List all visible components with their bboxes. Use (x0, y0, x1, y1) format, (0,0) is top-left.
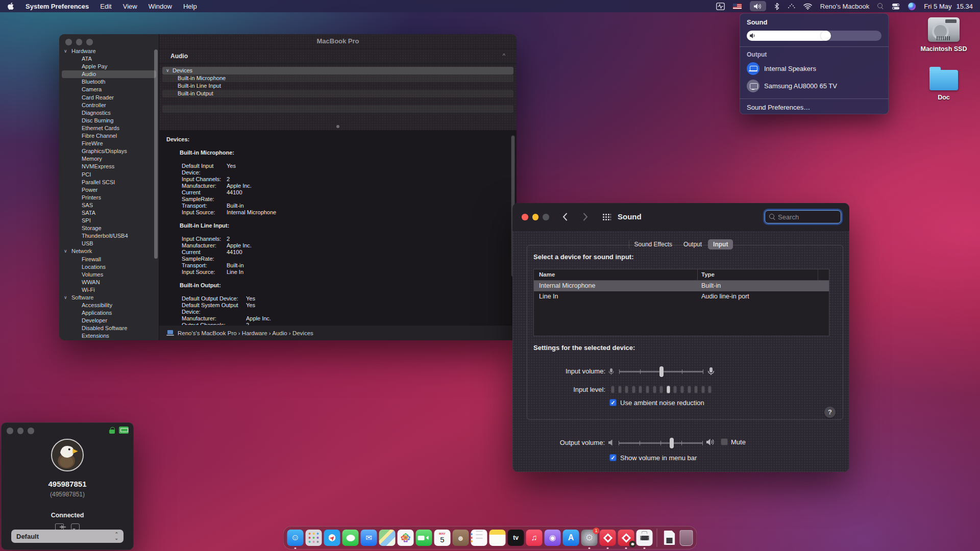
menu-help[interactable]: Help (183, 3, 197, 10)
active-app-menu[interactable]: System Preferences (26, 3, 89, 10)
sidebar-item[interactable]: ∨SPI (59, 217, 159, 224)
dock-photos[interactable]: ✿ (398, 530, 414, 546)
desktop-volume-macintosh-ssd[interactable]: Macintosh SSD (921, 17, 967, 53)
device-tree-row[interactable]: ∨ (162, 113, 513, 120)
tab[interactable]: Sound Effects (629, 239, 678, 249)
sidebar-item[interactable]: ∨Ethernet Cards (59, 124, 159, 132)
table-row[interactable]: Internal MicrophoneBuilt-in (534, 281, 829, 291)
dock-app-store[interactable]: A (563, 530, 579, 546)
close-button[interactable] (7, 428, 13, 434)
volume-menu-icon[interactable] (750, 1, 766, 11)
search-input[interactable] (778, 213, 829, 221)
device-tree-row[interactable]: ∨Built-in Microphone (162, 74, 513, 82)
sidebar-item[interactable]: ∨Disabled Software (59, 324, 159, 332)
noise-reduction-checkbox[interactable] (609, 399, 617, 406)
input-volume-slider[interactable] (619, 369, 703, 374)
tab[interactable]: Output (678, 239, 707, 249)
output-volume-slider[interactable] (619, 441, 703, 445)
minimize-button[interactable] (532, 214, 539, 220)
close-button[interactable] (65, 39, 72, 45)
show-volume-checkbox[interactable] (609, 454, 617, 461)
sidebar-item[interactable]: ∨Volumes (59, 271, 159, 279)
sidebar-item[interactable]: ∨Card Reader (59, 94, 159, 102)
zoom-button[interactable] (543, 214, 549, 220)
sidebar-item[interactable]: ∨Controller (59, 102, 159, 109)
dock-notes[interactable] (489, 530, 506, 546)
sidebar-item[interactable]: ∨Graphics/Displays (59, 147, 159, 155)
device-tree-row[interactable]: ∨Built-in Line Input (162, 82, 513, 90)
sidebar-item[interactable]: ∨Hardware (59, 47, 159, 55)
show-all-preferences-icon[interactable] (602, 213, 611, 221)
sidebar-item[interactable]: ∨Software (59, 294, 159, 302)
help-button[interactable]: ? (824, 407, 836, 418)
sidebar-item[interactable]: ∨Network (59, 247, 159, 255)
window-controls[interactable] (7, 428, 34, 434)
siri-icon[interactable] (908, 3, 916, 10)
sidebar-item[interactable]: ∨Wi-Fi (59, 286, 159, 294)
dock-podcasts[interactable]: ◉ (545, 530, 561, 546)
dock-contacts[interactable]: ☻ (453, 530, 469, 546)
device-tree-row[interactable]: ∨Devices (162, 67, 513, 74)
dock-messages[interactable] (342, 530, 359, 546)
device-tree-row[interactable]: ∨Built-in Output (162, 90, 513, 97)
mute-checkbox[interactable] (721, 438, 728, 445)
activity-waveform-icon[interactable] (716, 1, 725, 11)
sidebar-item[interactable]: ∨Developer (59, 317, 159, 324)
sidebar-item[interactable]: ∨Fibre Channel (59, 132, 159, 140)
sidebar-item[interactable]: ∨Accessibility (59, 302, 159, 309)
sidebar-item[interactable]: ∨NVMExpress (59, 163, 159, 170)
minimize-button[interactable] (76, 39, 83, 45)
dock-calendar[interactable]: MAY5 (434, 530, 451, 546)
dock-finder[interactable]: ☺ (287, 530, 304, 546)
popover-volume-knob[interactable] (821, 31, 831, 41)
input-volume-knob[interactable] (659, 366, 664, 377)
dock-trash[interactable] (680, 530, 693, 546)
wifi-icon[interactable] (803, 1, 812, 11)
sidebar-item[interactable]: ∨FireWire (59, 140, 159, 147)
dock-facetime[interactable] (416, 530, 432, 546)
device-name-menu-item[interactable]: Reno's Macbook (820, 3, 869, 10)
output-volume-knob[interactable] (670, 438, 674, 448)
dock-reminders[interactable] (471, 530, 487, 546)
sidebar-item[interactable]: ∨Printers (59, 194, 159, 202)
dock-anydesk-session[interactable] (618, 530, 634, 546)
breadcrumb[interactable]: Reno's's MacBook Pro › Hardware › Audio … (178, 330, 313, 336)
dock-launchpad[interactable] (306, 530, 322, 546)
sidebar-item[interactable]: ∨Bluetooth (59, 78, 159, 86)
sidebar-item[interactable]: ∨Apple Pay (59, 63, 159, 70)
menu-window[interactable]: Window (149, 3, 172, 10)
mute-label[interactable]: Mute (731, 438, 746, 446)
window-controls[interactable] (65, 39, 93, 45)
sidebar-item[interactable]: ∨Applications (59, 309, 159, 317)
apple-menu-icon[interactable] (7, 1, 14, 11)
sidebar-item[interactable]: ∨SATA (59, 209, 159, 217)
sidebar-item[interactable]: ∨Audio (62, 70, 156, 78)
desktop-folder-doc[interactable]: Doc (929, 67, 958, 101)
dock-mail[interactable]: ✉ (361, 530, 377, 546)
dock-apple-tv[interactable]: tv (508, 530, 524, 546)
anydesk-status-icon[interactable] (788, 1, 795, 11)
sidebar-item[interactable]: ∨Memory (59, 155, 159, 163)
sidebar-item[interactable]: ∨Camera (59, 86, 159, 93)
window-controls[interactable] (522, 214, 549, 220)
dock-chip-utility[interactable] (636, 530, 653, 546)
window-title[interactable]: MacBook Pro (159, 34, 517, 48)
dock-document[interactable] (662, 530, 678, 546)
sidebar-item[interactable]: ∨Locations (59, 263, 159, 271)
show-volume-label[interactable]: Show volume in menu bar (620, 454, 697, 462)
output-device-item[interactable]: Internal Speakers (747, 62, 881, 76)
bluetooth-icon[interactable] (774, 1, 779, 11)
zoom-button[interactable] (86, 39, 93, 45)
collapse-chevron-icon[interactable]: ^ (503, 53, 505, 59)
menu-bar-clock[interactable]: Fri 5 May 15.34 (924, 3, 973, 10)
dock-maps[interactable] (379, 530, 396, 546)
column-type[interactable]: Type (701, 271, 715, 278)
sidebar-item[interactable]: ∨WWAN (59, 279, 159, 286)
sound-preferences-link[interactable]: Sound Preferences… (747, 104, 881, 111)
menu-view[interactable]: View (123, 3, 137, 10)
sidebar-item[interactable]: ∨PCI (59, 171, 159, 179)
sidebar-item[interactable]: ∨Storage (59, 224, 159, 232)
sidebar-item[interactable]: ∨Extensions (59, 332, 159, 340)
sidebar-item[interactable]: ∨Parallel SCSI (59, 179, 159, 186)
sidebar-item[interactable]: ∨Firewall (59, 256, 159, 263)
